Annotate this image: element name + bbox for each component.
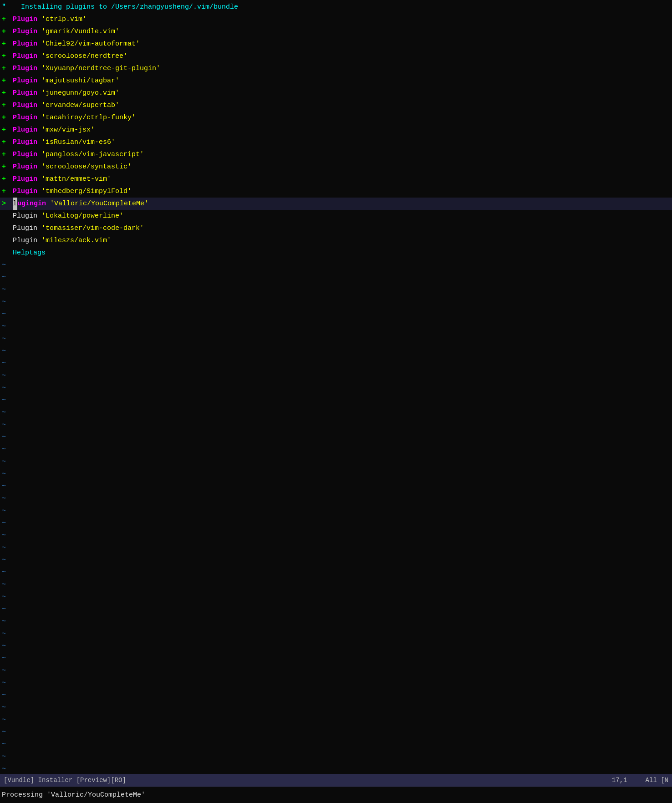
terminal-line: ~ <box>0 591 672 603</box>
status-left: [Vundle] Installer [Preview][RO] <box>4 777 612 784</box>
terminal-line: ~ <box>0 726 672 738</box>
terminal-line: ~ <box>0 456 672 468</box>
line-content: Plugin 'mattn/emmet-vim' <box>13 173 670 185</box>
terminal-line: ~ <box>0 407 672 419</box>
terminal-line: ~ <box>0 738 672 751</box>
line-prefix-tilde: ~ <box>2 419 13 431</box>
processing-label: Processing <box>2 791 43 799</box>
terminal-line: + Plugin 'ervandew/supertab' <box>0 99 672 112</box>
line-content: Plugin 'ervandew/supertab' <box>13 99 670 112</box>
terminal-line: ~ <box>0 751 672 763</box>
terminal-line: + Plugin 'tmhedberg/SimpylFold' <box>0 185 672 198</box>
terminal-line: ~ <box>0 566 672 579</box>
line-prefix-plus: + <box>2 112 13 124</box>
terminal-line: Helptags <box>0 247 672 259</box>
line-prefix-plus: + <box>2 38 13 50</box>
line-content: Plugin 'ctrlp.vim' <box>13 13 670 25</box>
line-prefix-tilde: ~ <box>2 333 13 345</box>
line-prefix-plus: + <box>2 161 13 173</box>
line-prefix-tilde: ~ <box>2 443 13 456</box>
line-prefix-tilde: ~ <box>2 271 13 284</box>
line-prefix-tilde: ~ <box>2 480 13 493</box>
terminal-line: ~ <box>0 714 672 726</box>
line-content: Plugin 'junegunn/goyo.vim' <box>13 87 670 99</box>
terminal-line: + Plugin 'mattn/emmet-vim' <box>0 173 672 185</box>
terminal-line: ~ <box>0 357 672 370</box>
line-prefix-tilde: ~ <box>2 431 13 443</box>
terminal-line: ~ <box>0 517 672 529</box>
line-prefix-tilde: ~ <box>2 284 13 296</box>
line-prefix-tilde: ~ <box>2 701 13 714</box>
status-right: 17,1 All [N <box>612 777 668 784</box>
line-content: Plugin 'Lokaltog/powerline' <box>13 210 670 222</box>
terminal-line: ~ <box>0 431 672 443</box>
line-prefix-tilde: ~ <box>2 579 13 591</box>
terminal-line: + Plugin 'Chiel92/vim-autoformat' <box>0 38 672 50</box>
line-content: Plugin 'mxw/vim-jsx' <box>13 124 670 136</box>
line-content: Plugin 'tomasiser/vim-code-dark' <box>13 222 670 234</box>
terminal-line: + Plugin 'isRuslan/vim-es6' <box>0 136 672 148</box>
line-prefix-tilde: ~ <box>2 763 13 774</box>
line-prefix-tilde: ~ <box>2 382 13 394</box>
line-content: Plugin 'pangloss/vim-javascript' <box>13 148 670 161</box>
terminal-line: " Installing plugins to /Users/zhangyush… <box>0 1 672 13</box>
terminal-line: + Plugin 'pangloss/vim-javascript' <box>0 148 672 161</box>
terminal-line: ~ <box>0 419 672 431</box>
line-prefix-tilde: ~ <box>2 456 13 468</box>
terminal-line: + Plugin 'gmarik/Vundle.vim' <box>0 25 672 38</box>
line-prefix-tilde: ~ <box>2 603 13 615</box>
line-prefix-tilde: ~ <box>2 628 13 640</box>
terminal-line: + Plugin 'majutsushi/tagbar' <box>0 75 672 87</box>
terminal-line: + Plugin 'Xuyuanp/nerdtree-git-plugin' <box>0 62 672 75</box>
processing-path: 'Valloric/YouCompleteMe' <box>47 791 145 799</box>
line-prefix-plus: + <box>2 62 13 75</box>
line-prefix-plus: + <box>2 75 13 87</box>
terminal-line: ~ <box>0 443 672 456</box>
terminal-line: ~ <box>0 677 672 689</box>
line-prefix-plus: + <box>2 50 13 62</box>
line-prefix-empty <box>2 247 13 259</box>
line-prefix-plus: + <box>2 185 13 198</box>
terminal-line: ~ <box>0 701 672 714</box>
line-prefix-tilde: ~ <box>2 394 13 407</box>
terminal-line: > lugingin 'Valloric/YouCompleteMe' <box>0 198 672 210</box>
line-prefix-plus: + <box>2 25 13 38</box>
line-prefix-tilde: ~ <box>2 591 13 603</box>
terminal-line: ~ <box>0 640 672 652</box>
terminal-line: ~ <box>0 259 672 271</box>
terminal-line: + Plugin 'tacahiroy/ctrlp-funky' <box>0 112 672 124</box>
terminal-line: ~ <box>0 493 672 505</box>
terminal-line: ~ <box>0 333 672 345</box>
terminal-line: ~ <box>0 394 672 407</box>
terminal-line: ~ <box>0 505 672 517</box>
status-position: 17,1 <box>612 777 627 784</box>
terminal-line: ~ <box>0 308 672 320</box>
line-prefix-empty <box>2 234 13 247</box>
line-prefix-tilde: ~ <box>2 677 13 689</box>
line-content: Plugin 'gmarik/Vundle.vim' <box>13 25 670 38</box>
line-prefix-plus: + <box>2 136 13 148</box>
line-prefix-tilde: ~ <box>2 493 13 505</box>
terminal-line: ~ <box>0 382 672 394</box>
terminal-line: + Plugin 'ctrlp.vim' <box>0 13 672 25</box>
terminal-line: + Plugin 'mxw/vim-jsx' <box>0 124 672 136</box>
line-content: Installing plugins to /Users/zhangyushen… <box>13 1 670 13</box>
line-prefix-plus: + <box>2 13 13 25</box>
main-area: " Installing plugins to /Users/zhangyush… <box>0 0 672 774</box>
terminal-line: ~ <box>0 271 672 284</box>
line-prefix-tilde: ~ <box>2 259 13 271</box>
line-prefix-empty <box>2 210 13 222</box>
line-prefix-plus: + <box>2 87 13 99</box>
terminal-line: + Plugin 'scrooloose/syntastic' <box>0 161 672 173</box>
line-prefix-tilde: ~ <box>2 738 13 751</box>
line-prefix-tilde: ~ <box>2 566 13 579</box>
line-prefix-tilde: ~ <box>2 296 13 308</box>
terminal-line: ~ <box>0 370 672 382</box>
terminal-line: ~ <box>0 554 672 566</box>
bottom-bar: Processing 'Valloric/YouCompleteMe' <box>0 787 672 803</box>
status-scroll: All [N <box>646 777 668 784</box>
line-content: Plugin 'Chiel92/vim-autoformat' <box>13 38 670 50</box>
line-prefix-tilde: ~ <box>2 714 13 726</box>
terminal-line: ~ <box>0 579 672 591</box>
line-prefix-plus: + <box>2 148 13 161</box>
